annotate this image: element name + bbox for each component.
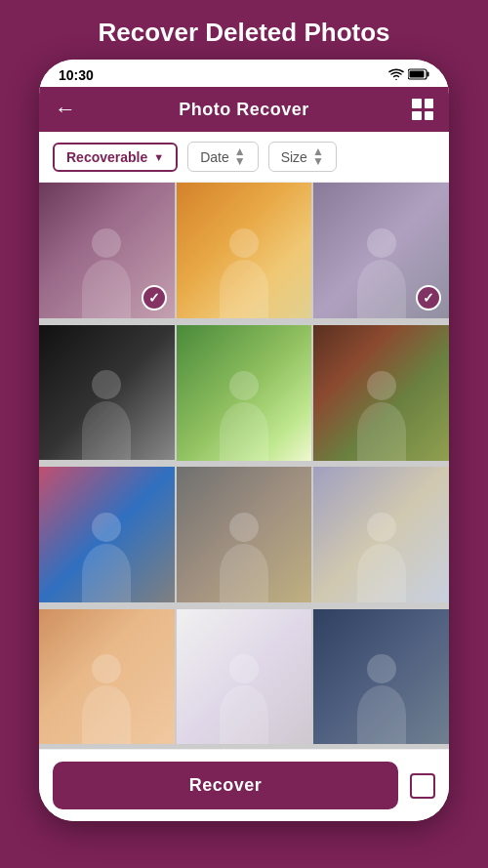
status-time: 10:30 [59,67,94,83]
status-bar: 10:30 [39,60,449,87]
page-title: Recover Deleted Photos [78,0,409,60]
photo-item-10[interactable] [39,609,175,745]
photo-item-8[interactable] [177,467,312,602]
size-sort-icon: ▲▼ [312,147,324,166]
size-label: Size [281,149,307,165]
photo-item-6[interactable] [313,325,449,461]
size-sort-button[interactable]: Size ▲▼ [268,142,337,172]
photo-item-4[interactable] [39,325,175,461]
grid-view-button[interactable] [412,99,433,120]
checkmark-1: ✓ [142,285,167,310]
recover-button[interactable]: Recover [53,762,398,809]
photo-item-11[interactable] [177,609,312,745]
grid-cell-4 [425,111,434,121]
status-icons [388,68,429,83]
recoverable-label: Recoverable [66,149,147,165]
recoverable-arrow-icon: ▼ [153,151,164,163]
recoverable-filter-button[interactable]: Recoverable ▼ [53,143,178,172]
filter-bar: Recoverable ▼ Date ▲▼ Size ▲▼ [39,132,449,183]
svg-rect-2 [410,70,425,77]
photos-grid: ✓ ✓ [39,183,449,749]
grid-cell-2 [425,99,434,108]
select-all-checkbox[interactable] [410,773,435,799]
back-button[interactable]: ← [55,97,76,122]
photo-item-3[interactable]: ✓ [313,183,449,318]
bottom-bar: Recover [39,749,449,821]
checkmark-3: ✓ [416,285,441,310]
wifi-icon [388,68,404,83]
photo-item-7[interactable] [39,467,175,602]
phone-frame: 10:30 ← Photo Recover [39,60,449,821]
header-title: Photo Recover [179,100,309,120]
battery-icon [408,68,429,83]
svg-rect-1 [427,71,429,76]
photo-item-1[interactable]: ✓ [39,183,175,318]
app-header: ← Photo Recover [39,87,449,132]
photo-item-2[interactable] [177,183,312,318]
date-label: Date [200,149,229,165]
photo-item-9[interactable] [313,467,449,602]
date-sort-icon: ▲▼ [234,147,246,166]
date-sort-button[interactable]: Date ▲▼ [187,142,258,172]
grid-cell-1 [412,99,422,108]
grid-cell-3 [412,111,422,121]
photo-item-5[interactable] [177,325,312,461]
photo-item-12[interactable] [313,609,449,745]
